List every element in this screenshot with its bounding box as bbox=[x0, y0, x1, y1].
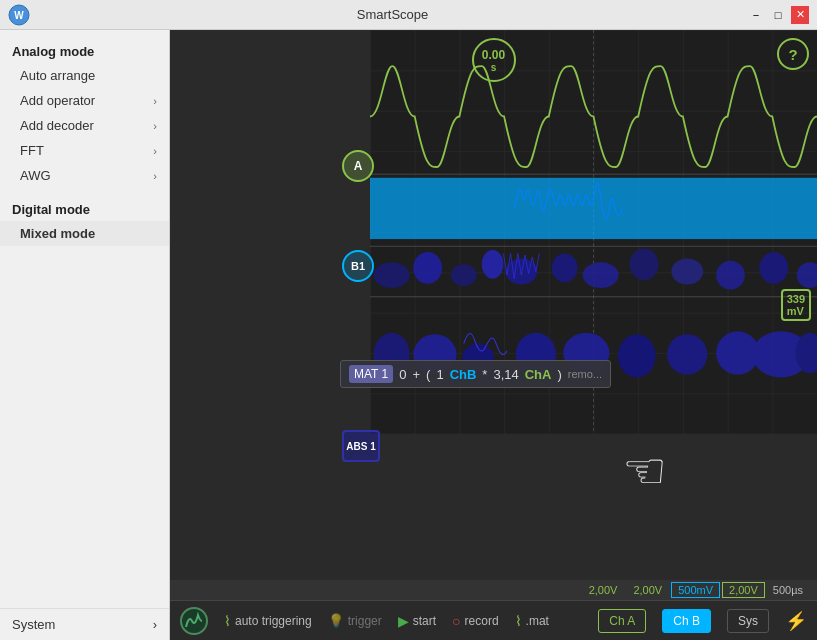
mat-item[interactable]: ⌇ .mat bbox=[515, 613, 549, 629]
main-layout: Analog mode Auto arrange Add operator › … bbox=[0, 30, 817, 640]
usb-icon: ⚡ bbox=[785, 610, 807, 632]
svg-point-11 bbox=[451, 264, 477, 286]
svg-point-13 bbox=[506, 259, 538, 285]
svg-point-19 bbox=[759, 252, 788, 284]
sidebar-item-awg[interactable]: AWG › bbox=[0, 163, 169, 188]
minimize-button[interactable]: − bbox=[747, 6, 765, 24]
op-plus: + bbox=[412, 367, 420, 382]
sidebar-spacer bbox=[0, 246, 169, 608]
svg-point-9 bbox=[374, 262, 410, 288]
record-icon: ○ bbox=[452, 613, 460, 629]
chevron-right-icon: › bbox=[153, 120, 157, 132]
auto-triggering-item: ⌇ auto triggering bbox=[224, 613, 312, 629]
svg-point-14 bbox=[552, 253, 578, 282]
help-button[interactable]: ? bbox=[777, 38, 809, 70]
scale-time: 500µs bbox=[767, 583, 809, 597]
scale-labels-bar: 2,00V 2,00V 500mV 2,00V 500µs bbox=[170, 580, 817, 600]
svg-point-10 bbox=[413, 252, 442, 284]
sidebar: Analog mode Auto arrange Add operator › … bbox=[0, 30, 170, 640]
channel-b-label: B1 bbox=[342, 250, 374, 282]
mat-label: .mat bbox=[526, 614, 549, 628]
sidebar-item-mixed-mode[interactable]: Mixed mode bbox=[0, 221, 169, 246]
svg-text:W: W bbox=[14, 10, 24, 21]
sidebar-item-add-operator[interactable]: Add operator › bbox=[0, 88, 169, 113]
svg-point-18 bbox=[716, 261, 745, 290]
svg-point-12 bbox=[482, 250, 504, 279]
op-multiply: * bbox=[482, 367, 487, 382]
voltage-indicator: 339 mV bbox=[781, 289, 811, 321]
app-logo bbox=[180, 607, 208, 635]
record-item[interactable]: ○ record bbox=[452, 613, 498, 629]
op-cha: ChA bbox=[525, 367, 552, 382]
svg-rect-8 bbox=[370, 178, 817, 239]
window-controls: − □ ✕ bbox=[747, 6, 809, 24]
scale-label-1: 2,00V bbox=[582, 582, 625, 598]
sidebar-item-add-decoder[interactable]: Add decoder › bbox=[0, 113, 169, 138]
svg-point-31 bbox=[181, 608, 207, 634]
wm-icon: W bbox=[8, 4, 30, 26]
op-chb: ChB bbox=[450, 367, 477, 382]
trigger-label: trigger bbox=[348, 614, 382, 628]
cursor-hand: ☞ bbox=[622, 442, 667, 500]
scope-area: 0.00 s 339 mV ? A B1 ABS bbox=[170, 30, 817, 640]
svg-point-17 bbox=[671, 259, 703, 285]
svg-point-16 bbox=[630, 248, 659, 280]
trigger-icon: 💡 bbox=[328, 613, 344, 628]
operator-bar: MAT 1 0 + ( 1 ChB * 3,14 ChA ) remo... bbox=[340, 360, 611, 388]
sys-button[interactable]: Sys bbox=[727, 609, 769, 633]
chevron-right-icon: › bbox=[153, 95, 157, 107]
operator-label: MAT 1 bbox=[349, 365, 393, 383]
sidebar-item-auto-arrange[interactable]: Auto arrange bbox=[0, 63, 169, 88]
start-item[interactable]: ▶ start bbox=[398, 613, 436, 629]
restore-button[interactable]: □ bbox=[769, 6, 787, 24]
ch-b-button[interactable]: Ch B bbox=[662, 609, 711, 633]
chevron-right-icon: › bbox=[153, 617, 157, 632]
scale-label-4: 2,00V bbox=[722, 582, 765, 598]
op-one: 1 bbox=[436, 367, 443, 382]
abs-label: ABS 1 bbox=[342, 430, 380, 462]
op-value: 3,14 bbox=[493, 367, 518, 382]
channel-a-label: A bbox=[342, 150, 374, 182]
op-remove: remo... bbox=[568, 368, 602, 380]
op-close-paren: ) bbox=[557, 367, 561, 382]
svg-point-27 bbox=[667, 334, 707, 374]
mat-icon: ⌇ bbox=[515, 613, 522, 629]
window-title: SmartScope bbox=[38, 7, 747, 22]
sidebar-item-fft[interactable]: FFT › bbox=[0, 138, 169, 163]
svg-point-26 bbox=[618, 334, 655, 377]
analog-mode-header: Analog mode bbox=[0, 38, 169, 63]
sidebar-item-system[interactable]: System › bbox=[0, 608, 169, 640]
start-icon: ▶ bbox=[398, 613, 409, 629]
close-button[interactable]: ✕ bbox=[791, 6, 809, 24]
op-open-paren: ( bbox=[426, 367, 430, 382]
auto-triggering-label: auto triggering bbox=[235, 614, 312, 628]
time-indicator: 0.00 s bbox=[472, 38, 516, 82]
ch-a-button[interactable]: Ch A bbox=[598, 609, 646, 633]
chevron-right-icon: › bbox=[153, 145, 157, 157]
op-zero: 0 bbox=[399, 367, 406, 382]
auto-trigger-icon: ⌇ bbox=[224, 613, 231, 629]
status-bar: ⌇ auto triggering 💡 trigger ▶ start ○ re… bbox=[170, 600, 817, 640]
chevron-right-icon: › bbox=[153, 170, 157, 182]
scope-canvas[interactable]: 0.00 s 339 mV ? A B1 ABS bbox=[170, 30, 817, 580]
scale-label-2: 2,00V bbox=[626, 582, 669, 598]
record-label: record bbox=[465, 614, 499, 628]
svg-point-15 bbox=[583, 262, 619, 288]
scale-label-3: 500mV bbox=[671, 582, 720, 598]
titlebar: W SmartScope − □ ✕ bbox=[0, 0, 817, 30]
trigger-item[interactable]: 💡 trigger bbox=[328, 613, 382, 628]
start-label: start bbox=[413, 614, 436, 628]
digital-mode-header: Digital mode bbox=[0, 196, 169, 221]
